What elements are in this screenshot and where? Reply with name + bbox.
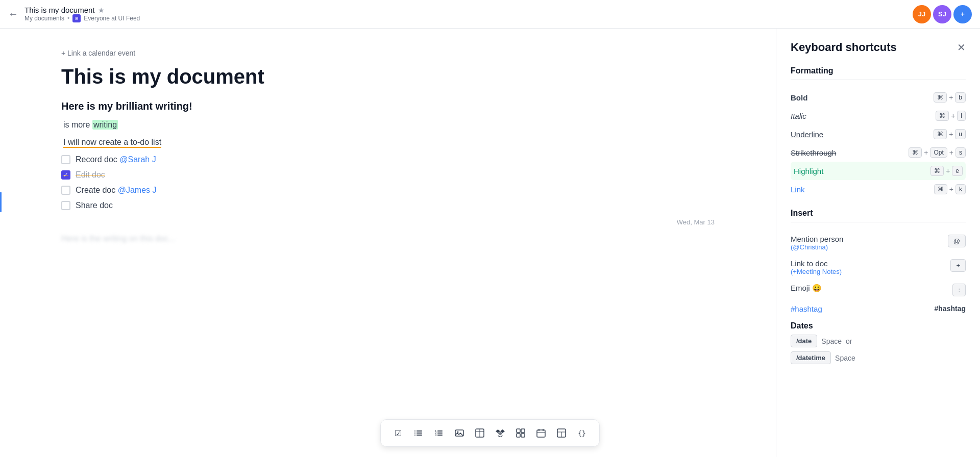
toolbar-ordered-list[interactable]: 1. 2. 3. — [430, 424, 448, 442]
header-title-area: This is my document ★ My documents • ⊞ E… — [24, 6, 140, 22]
back-button[interactable]: ← — [8, 8, 18, 20]
highlight-label: Highlight — [794, 167, 823, 175]
document-heading: Here is my brilliant writing! — [61, 100, 715, 112]
svg-rect-20 — [521, 434, 525, 437]
breadcrumb-separator: • — [67, 15, 69, 22]
todo-item-4: Share doc — [61, 201, 715, 210]
doc-date-area: Wed, Mar 13 — [61, 218, 715, 226]
mention-sarah[interactable]: @Sarah J — [119, 155, 156, 164]
hashtag-key: #hashtag — [935, 304, 966, 313]
underline-label: Underline — [791, 130, 823, 139]
todo-intro: I will now create a to-do list — [61, 138, 715, 147]
toolbar-checkbox[interactable]: ☑ — [389, 424, 407, 442]
header: ← This is my document ★ My documents • ⊞… — [0, 0, 980, 29]
bold-keys: ⌘+b — [934, 92, 966, 103]
document-title-header: This is my document ★ — [24, 6, 140, 14]
svg-text:3.: 3. — [435, 434, 437, 437]
date-space-2: Space — [835, 354, 855, 362]
breadcrumb-my-docs[interactable]: My documents — [24, 15, 64, 22]
toolbar-grid[interactable] — [511, 424, 530, 442]
mention-sublabel: (@Christina) — [791, 243, 843, 251]
blurred-text: Here is the writing on this doc... — [61, 234, 715, 243]
date-cmd-1: /date — [791, 335, 817, 347]
svg-rect-11 — [437, 435, 443, 436]
shortcut-link: Link ⌘+k — [791, 180, 966, 198]
insert-mention: Mention person (@Christina) @ — [791, 231, 966, 255]
link-doc-sublabel: (+Meeting Notes) — [791, 268, 842, 275]
panel-header: Keyboard shortcuts ✕ — [791, 41, 966, 54]
checkbox-4[interactable] — [61, 201, 70, 210]
strikethrough-label: Strikethrough — [791, 148, 836, 157]
doc-date: Wed, Mar 13 — [677, 218, 715, 226]
svg-rect-4 — [414, 435, 415, 436]
checkbox-1[interactable] — [61, 155, 70, 164]
shortcut-italic: Italic ⌘+i — [791, 107, 966, 125]
todo-item-2: Edit doc — [61, 170, 715, 180]
mention-label-area: Mention person (@Christina) — [791, 235, 843, 251]
toolbar-dropbox[interactable] — [491, 424, 509, 442]
document-area: + Link a calendar event This is my docum… — [0, 29, 776, 457]
todo-list: Record doc @Sarah J Edit doc Create doc … — [61, 155, 715, 210]
avatar-sj[interactable]: SJ — [933, 5, 951, 23]
calendar-link[interactable]: + Link a calendar event — [61, 49, 715, 57]
date-cmd-2: /datetime — [791, 351, 831, 364]
breadcrumb: My documents • ⊞ Everyone at UI Feed — [24, 14, 140, 22]
date-row-2: /datetime Space — [791, 351, 966, 364]
emoji-label: Emoji 😀 — [791, 284, 822, 293]
toolbar-table-toggle[interactable] — [471, 424, 489, 442]
todo-text-1: Record doc @Sarah J — [76, 155, 156, 164]
toolbar-bullet-list[interactable] — [409, 424, 428, 442]
doc-text-line: is more writing — [61, 120, 715, 130]
left-cursor-bar — [0, 192, 2, 212]
bold-label: Bold — [791, 93, 807, 102]
highlighted-text: writing — [92, 120, 118, 130]
insert-section-title: Insert — [791, 209, 966, 218]
svg-rect-21 — [537, 430, 545, 437]
strikethrough-keys: ⌘+Opt+s — [909, 147, 966, 158]
mention-james[interactable]: @James J — [118, 186, 157, 194]
shortcut-bold: Bold ⌘+b — [791, 88, 966, 107]
shortcut-underline: Underline ⌘+u — [791, 125, 966, 143]
link-doc-label-area: Link to doc (+Meeting Notes) — [791, 259, 842, 275]
italic-label: Italic — [791, 112, 806, 120]
svg-rect-17 — [517, 429, 520, 433]
todo-text-3: Create doc @James J — [76, 186, 157, 195]
todo-item-1: Record doc @Sarah J — [61, 155, 715, 164]
toolbar-calendar[interactable] — [532, 424, 550, 442]
insert-section: Insert Mention person (@Christina) @ Lin… — [791, 209, 966, 317]
header-avatars: JJ SJ + — [913, 5, 972, 23]
avatar-jj[interactable]: JJ — [913, 5, 931, 23]
panel-title: Keyboard shortcuts — [791, 41, 897, 54]
insert-emoji: Emoji 😀 : — [791, 280, 966, 300]
insert-link-doc: Link to doc (+Meeting Notes) + — [791, 255, 966, 280]
checkbox-2[interactable] — [61, 170, 70, 180]
todo-intro-underlined: I will now create a to-do list — [63, 138, 161, 148]
todo-item-3: Create doc @James J — [61, 186, 715, 195]
highlight-keys: ⌘+e — [930, 166, 963, 176]
shortcut-highlight: Highlight ⌘+e — [791, 162, 966, 180]
svg-rect-2 — [414, 433, 415, 434]
close-button[interactable]: ✕ — [957, 41, 966, 54]
underline-keys: ⌘+u — [934, 129, 966, 139]
star-icon[interactable]: ★ — [98, 6, 105, 14]
shortcut-strikethrough: Strikethrough ⌘+Opt+s — [791, 143, 966, 162]
shortcuts-panel: Keyboard shortcuts ✕ Formatting Bold ⌘+b… — [776, 29, 980, 457]
link-keys: ⌘+k — [934, 184, 966, 194]
hashtag-label: #hashtag — [791, 304, 822, 313]
document-title: This is my document — [61, 65, 715, 88]
emoji-label-area: Emoji 😀 — [791, 284, 822, 293]
svg-rect-19 — [517, 434, 520, 437]
checkbox-3[interactable] — [61, 186, 70, 195]
doc-title-text: This is my document — [24, 6, 95, 14]
breadcrumb-workspace[interactable]: Everyone at UI Feed — [84, 15, 140, 22]
link-doc-key: + — [950, 259, 966, 272]
toolbar-code[interactable]: {} — [573, 424, 591, 442]
toolbar-image[interactable] — [450, 424, 469, 442]
toolbar-layout[interactable] — [552, 424, 571, 442]
main-layout: + Link a calendar event This is my docum… — [0, 29, 980, 457]
svg-rect-9 — [437, 433, 443, 434]
mention-key: @ — [948, 235, 966, 247]
avatar-extra[interactable]: + — [953, 5, 972, 23]
insert-divider — [791, 222, 966, 222]
svg-rect-3 — [416, 433, 422, 434]
